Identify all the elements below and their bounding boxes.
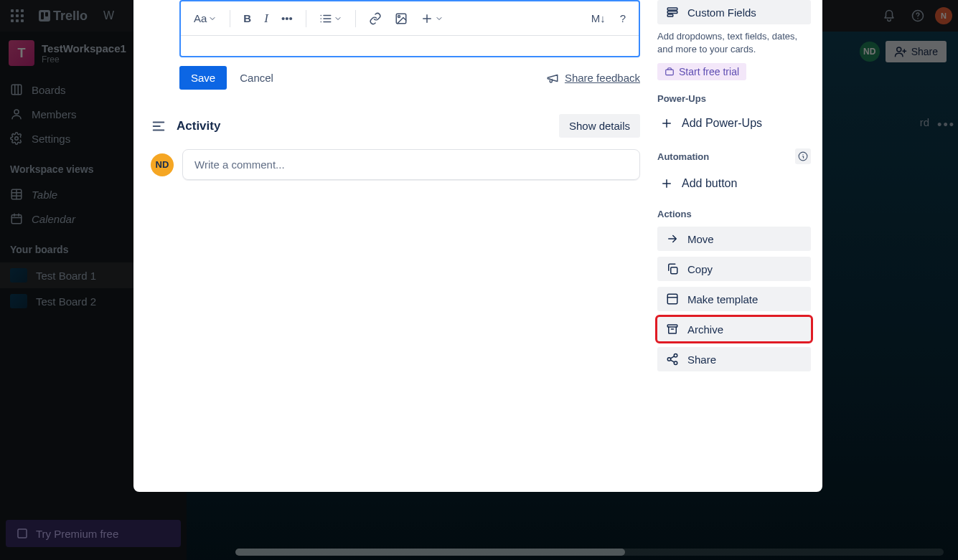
custom-fields-button[interactable]: Custom Fields — [657, 0, 811, 24]
actions-heading: Actions — [657, 209, 811, 219]
svg-rect-10 — [667, 8, 677, 10]
scrollbar-thumb[interactable] — [235, 549, 625, 556]
markdown-button[interactable]: M↓ — [587, 9, 610, 27]
arrow-right-icon — [666, 232, 679, 245]
card-modal: Aa B I ••• M↓ ? Save Cancel — [133, 0, 822, 492]
custom-fields-icon — [666, 6, 679, 19]
list-button[interactable] — [315, 9, 347, 28]
activity-heading: Activity — [177, 119, 220, 133]
svg-rect-15 — [671, 267, 677, 274]
editor-toolbar: Aa B I ••• M↓ ? — [181, 1, 639, 36]
more-formatting-button[interactable]: ••• — [277, 9, 297, 27]
description-editor[interactable]: Aa B I ••• M↓ ? — [179, 0, 640, 57]
share-card-button[interactable]: Share — [657, 347, 811, 371]
share-feedback-link[interactable]: Share feedback — [565, 72, 640, 84]
copy-icon — [666, 262, 679, 275]
comment-input[interactable]: Write a comment... — [182, 149, 640, 180]
custom-fields-label: Custom Fields — [687, 6, 756, 19]
editor-body[interactable] — [181, 36, 639, 56]
info-icon — [798, 151, 808, 161]
svg-rect-16 — [667, 295, 677, 305]
share-label: Share — [687, 353, 716, 366]
insert-button[interactable] — [416, 9, 448, 28]
activity-icon — [151, 118, 166, 134]
save-button[interactable]: Save — [179, 66, 227, 90]
horizontal-scrollbar[interactable] — [235, 549, 944, 556]
add-button-label: Add button — [682, 177, 737, 190]
plus-icon — [421, 12, 433, 25]
show-details-button[interactable]: Show details — [559, 114, 640, 138]
powerups-heading: Power-Ups — [657, 93, 811, 104]
add-powerups-button[interactable]: Add Power-Ups — [657, 111, 811, 136]
add-powerups-label: Add Power-Ups — [682, 117, 762, 130]
template-label: Make template — [687, 293, 758, 305]
share-icon — [666, 353, 679, 366]
copy-button[interactable]: Copy — [657, 257, 811, 281]
copy-label: Copy — [687, 263, 713, 275]
svg-rect-13 — [666, 70, 674, 75]
editor-help-button[interactable]: ? — [616, 9, 630, 27]
svg-rect-12 — [667, 14, 673, 16]
move-label: Move — [687, 233, 714, 245]
automation-info-button[interactable] — [795, 148, 811, 164]
list-icon — [319, 12, 332, 25]
archive-button[interactable]: Archive — [657, 317, 811, 341]
make-template-button[interactable]: Make template — [657, 287, 811, 311]
plus-icon — [660, 117, 673, 130]
plus-icon — [660, 177, 673, 190]
move-button[interactable]: Move — [657, 227, 811, 251]
text-style-button[interactable]: Aa — [189, 9, 221, 27]
comment-avatar: ND — [151, 153, 174, 176]
cancel-button[interactable]: Cancel — [240, 72, 273, 84]
custom-fields-desc: Add dropdowns, text fields, dates, and m… — [657, 30, 811, 56]
image-button[interactable] — [390, 9, 412, 28]
link-icon — [369, 12, 382, 25]
archive-label: Archive — [687, 323, 723, 336]
italic-button[interactable]: I — [260, 9, 273, 29]
trial-label: Start free trial — [679, 66, 739, 77]
svg-point-9 — [398, 15, 400, 17]
svg-rect-11 — [667, 11, 677, 14]
archive-icon — [666, 323, 679, 336]
add-button-button[interactable]: Add button — [657, 171, 811, 196]
chevron-down-icon — [334, 14, 342, 23]
automation-heading: Automation — [657, 148, 811, 164]
chevron-down-icon — [208, 14, 217, 23]
megaphone-icon — [546, 72, 559, 85]
bold-button[interactable]: B — [239, 9, 255, 27]
template-icon — [666, 293, 679, 305]
chevron-down-icon — [435, 14, 443, 23]
briefcase-icon — [665, 67, 675, 77]
start-trial-button[interactable]: Start free trial — [657, 63, 746, 80]
link-button[interactable] — [365, 9, 386, 28]
image-icon — [395, 12, 408, 25]
